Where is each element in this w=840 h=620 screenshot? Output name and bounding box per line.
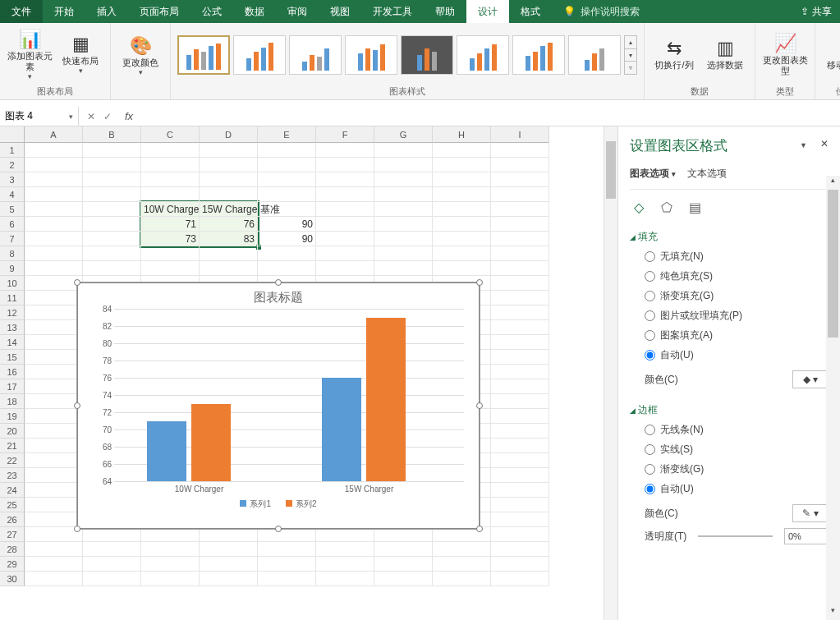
cell[interactable] bbox=[25, 232, 83, 246]
cell[interactable] bbox=[433, 572, 491, 586]
change-chart-type-button[interactable]: 📈 更改图表类型 bbox=[762, 28, 808, 82]
cell[interactable] bbox=[491, 202, 549, 217]
enter-icon[interactable]: ✓ bbox=[103, 111, 112, 122]
cell[interactable] bbox=[200, 261, 258, 276]
cell[interactable] bbox=[316, 158, 374, 172]
radio-input[interactable] bbox=[645, 444, 655, 455]
row-header[interactable]: 30 bbox=[0, 572, 25, 586]
cell[interactable] bbox=[433, 261, 491, 276]
cell[interactable]: 10W Charger bbox=[141, 202, 200, 217]
column-header[interactable]: A bbox=[25, 126, 83, 143]
cell[interactable] bbox=[25, 468, 83, 483]
gallery-prev[interactable]: ▴ bbox=[625, 36, 636, 49]
cell[interactable] bbox=[200, 143, 258, 158]
fill-line-icon[interactable]: ◇ bbox=[630, 198, 648, 216]
formula-input[interactable] bbox=[138, 107, 840, 126]
cell[interactable] bbox=[491, 409, 549, 424]
cell[interactable] bbox=[258, 158, 316, 172]
row-header[interactable]: 19 bbox=[0, 409, 25, 424]
row-header[interactable]: 11 bbox=[0, 291, 25, 305]
tab-review[interactable]: 审阅 bbox=[276, 0, 319, 23]
resize-handle[interactable] bbox=[476, 402, 483, 409]
panel-options-dropdown[interactable]: ▼ bbox=[800, 141, 807, 149]
cell[interactable] bbox=[25, 350, 83, 365]
cell[interactable] bbox=[83, 557, 141, 572]
cell[interactable] bbox=[141, 158, 200, 172]
row-header[interactable]: 22 bbox=[0, 453, 25, 468]
cell[interactable] bbox=[25, 172, 83, 187]
cell[interactable] bbox=[83, 143, 141, 158]
tab-view[interactable]: 视图 bbox=[319, 0, 361, 23]
row-header[interactable]: 6 bbox=[0, 217, 25, 232]
cell[interactable] bbox=[141, 542, 200, 557]
row-header[interactable]: 12 bbox=[0, 305, 25, 320]
cell[interactable] bbox=[491, 350, 549, 365]
cell[interactable] bbox=[374, 172, 433, 187]
column-header[interactable]: I bbox=[491, 126, 549, 143]
cell[interactable] bbox=[316, 217, 374, 232]
chart-bar[interactable] bbox=[191, 404, 231, 482]
panel-scrollbar[interactable]: ▴ ▾ bbox=[826, 176, 840, 620]
cell[interactable] bbox=[83, 527, 141, 542]
cell[interactable] bbox=[25, 143, 83, 158]
cell[interactable] bbox=[83, 232, 141, 246]
radio-option[interactable]: 纯色填充(S) bbox=[645, 269, 829, 283]
cell[interactable] bbox=[25, 217, 83, 232]
cell[interactable] bbox=[491, 187, 549, 202]
cell[interactable] bbox=[374, 261, 433, 276]
cell[interactable] bbox=[200, 158, 258, 172]
panel-tab-chartoptions[interactable]: 图表选项 ▾ bbox=[630, 167, 676, 181]
cell[interactable] bbox=[374, 187, 433, 202]
cell[interactable] bbox=[258, 187, 316, 202]
column-header[interactable]: C bbox=[141, 126, 200, 143]
cell[interactable]: 73 bbox=[141, 232, 200, 246]
radio-input[interactable] bbox=[645, 291, 655, 301]
cell[interactable] bbox=[25, 158, 83, 172]
cell[interactable] bbox=[258, 172, 316, 187]
row-header[interactable]: 26 bbox=[0, 512, 25, 527]
cell[interactable] bbox=[141, 261, 200, 276]
cell[interactable] bbox=[200, 542, 258, 557]
cell[interactable] bbox=[316, 143, 374, 158]
column-header[interactable]: B bbox=[83, 126, 141, 143]
radio-option[interactable]: 无填充(N) bbox=[645, 250, 829, 264]
cell[interactable] bbox=[491, 424, 549, 439]
tab-help[interactable]: 帮助 bbox=[424, 0, 466, 23]
cell[interactable] bbox=[25, 439, 83, 453]
chart-style-thumb[interactable] bbox=[568, 35, 621, 75]
scroll-down-icon[interactable]: ▾ bbox=[826, 606, 840, 620]
radio-input[interactable] bbox=[645, 425, 655, 435]
radio-input[interactable] bbox=[645, 251, 655, 262]
cell[interactable] bbox=[25, 246, 83, 261]
cell[interactable] bbox=[25, 305, 83, 320]
cell[interactable] bbox=[316, 557, 374, 572]
cell[interactable] bbox=[491, 572, 549, 586]
row-header[interactable]: 29 bbox=[0, 557, 25, 572]
cell[interactable] bbox=[374, 143, 433, 158]
cell[interactable] bbox=[491, 542, 549, 557]
row-header[interactable]: 15 bbox=[0, 350, 25, 365]
cell[interactable] bbox=[25, 498, 83, 512]
radio-option[interactable]: 无线条(N) bbox=[645, 423, 829, 437]
cell[interactable] bbox=[141, 246, 200, 261]
border-section-header[interactable]: 边框 bbox=[630, 401, 829, 420]
column-header[interactable]: G bbox=[374, 126, 433, 143]
cell[interactable] bbox=[491, 143, 549, 158]
row-header[interactable]: 13 bbox=[0, 320, 25, 335]
cell[interactable] bbox=[374, 158, 433, 172]
scrollbar-thumb[interactable] bbox=[828, 190, 838, 338]
row-header[interactable]: 20 bbox=[0, 424, 25, 439]
row-header[interactable]: 27 bbox=[0, 527, 25, 542]
cell[interactable] bbox=[25, 379, 83, 394]
cell[interactable] bbox=[491, 291, 549, 305]
select-all-button[interactable] bbox=[0, 126, 25, 143]
row-header[interactable]: 8 bbox=[0, 246, 25, 261]
cell[interactable] bbox=[374, 217, 433, 232]
cell[interactable] bbox=[491, 320, 549, 335]
row-header[interactable]: 17 bbox=[0, 379, 25, 394]
row-header[interactable]: 7 bbox=[0, 232, 25, 246]
close-icon[interactable]: ✕ bbox=[820, 138, 829, 149]
cell[interactable] bbox=[316, 542, 374, 557]
cell[interactable] bbox=[258, 261, 316, 276]
cell[interactable] bbox=[141, 172, 200, 187]
